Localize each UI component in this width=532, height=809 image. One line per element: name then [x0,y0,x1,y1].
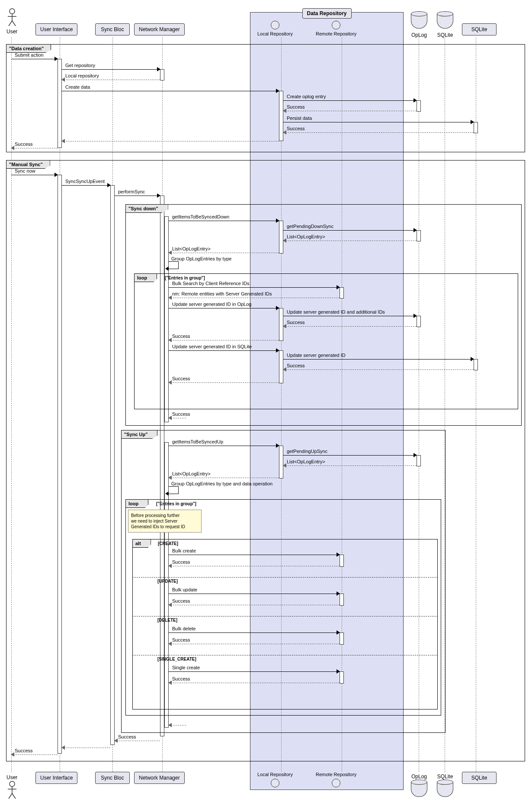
msg-persist: Persist data [283,119,474,119]
msg-nm-remote: nm: Remote entities with Server Generate… [169,294,340,295]
participant-nm-bottom: Network Manager [134,772,185,784]
msg-group-op: Group OpLogEntries by type and data oper… [171,481,272,486]
svg-line-8 [9,793,12,799]
activation [160,69,164,80]
msg-success: Success [169,601,340,602]
activation [417,230,421,241]
user-icon [6,780,17,800]
participant-ui: User Interface [35,23,77,35]
msg-group-type: Group OpLogEntries by type [171,256,231,261]
activation [474,122,478,133]
activation [340,671,344,684]
activation [340,632,344,645]
msg-list-oplog: List<OpLogEntry> [169,249,279,250]
msg-list-oplog: List<OpLogEntry> [283,237,417,238]
svg-point-5 [10,781,15,787]
alt-guard: [DELETE] [157,618,177,623]
msg-success: Success [169,414,186,415]
alt-divider [132,655,438,655]
msg-success: Success [283,323,417,323]
activation [279,446,283,478]
entity-icon [271,21,279,29]
msg-success: Success [169,679,340,680]
msg-success: Success [11,751,58,751]
frame-data-creation: "Data creation" [6,44,525,152]
loop-guard: ["Entries in group"] [156,501,196,506]
msg-create-oplog: Create oplog entry [283,97,417,97]
self-call [169,486,179,494]
frame-title: loop [126,500,148,508]
msg-get-down: getItemsToBeSyncedDown [169,217,279,218]
frame-title: "Data creation" [6,45,51,53]
activation [474,359,478,370]
participant-nm: Network Manager [134,23,185,35]
msg-success: Success [169,379,279,379]
alt-guard: [CREATE] [158,541,178,546]
note-inject-ids: Before processing furtherwe need to inje… [128,510,202,533]
msg-update-ids: Update server generated ID and additiona… [283,312,417,313]
user-label: User [6,774,17,780]
activation [58,59,62,148]
loop-guard: ["Entries in group"] [165,276,205,280]
database-icon [411,11,427,30]
msg-bulk-update: Bulk update [169,590,340,591]
database-icon [437,11,453,30]
msg-get-repo: Get repository [62,66,160,66]
actor-user-bottom: User [6,774,17,800]
msg-success: Success [115,737,160,738]
frame-title: "Manual Sync" [6,161,50,169]
database-icon [411,780,427,799]
msg-sync-event: SyncSyncUpEvent [62,182,110,182]
user-icon [6,8,17,28]
msg-local-repo: Local repository [62,76,160,77]
msg-success [62,138,279,138]
participant-sync: Sync Bloc [95,23,130,35]
msg-submit: Submit action [11,55,58,56]
msg-pending-down: getPendingDownSync [283,227,417,227]
participant-oplog: OpLog [411,11,427,38]
activation [417,455,421,466]
user-label: User [6,29,17,35]
entity-icon [332,21,340,29]
activation [58,175,62,754]
msg-list-oplog: List<OpLogEntry> [283,462,417,462]
msg-perform-sync: performSync [115,192,160,193]
msg-success: Success [283,366,474,366]
participant-sync-bottom: Sync Bloc [95,772,130,784]
frame-title: "Sync Up" [122,430,157,439]
msg-pending-up: getPendingUpSync [283,452,417,452]
msg-return [62,744,110,745]
alt-guard: [SINGLE_CREATE] [157,657,196,661]
participant-oplog-bottom: OpLog [411,772,427,799]
svg-point-0 [10,9,15,14]
msg-bulk-delete: Bulk delete [169,629,340,629]
msg-success: Success [169,337,279,337]
participant-local-bottom: Local Repository [257,772,293,789]
msg-list-oplog: List<OpLogEntry> [169,474,279,475]
msg-success: Success [283,129,474,129]
msg-success: Success [11,144,58,145]
msg-bulk-create: Bulk create [169,551,340,552]
activation [340,555,344,567]
svg-line-4 [12,21,16,26]
entity-icon [332,779,340,787]
participant-sqlite1-bottom: SQLite [437,772,453,799]
msg-get-up: getItemsToBeSyncedUp [169,442,279,443]
msg-single-create: Single create [169,668,340,668]
msg-create-data: Create data [62,87,279,88]
activation [279,221,283,254]
database-icon [437,780,453,799]
msg-success: Success [283,107,417,108]
sequence-diagram: Data Repository User User Interface Sync… [4,4,528,805]
participant-sqlite2: SQLite [462,23,497,35]
svg-line-9 [12,793,16,799]
self-call [169,261,179,269]
participant-remote: Remote Repository [316,21,356,36]
frame-title: alt [133,539,151,548]
participant-ui-bottom: User Interface [35,772,77,784]
svg-line-3 [9,21,12,26]
actor-user: User [6,8,17,35]
frame-alt: alt [CREATE] [132,539,438,709]
activation [110,185,115,745]
entity-icon [271,779,279,787]
